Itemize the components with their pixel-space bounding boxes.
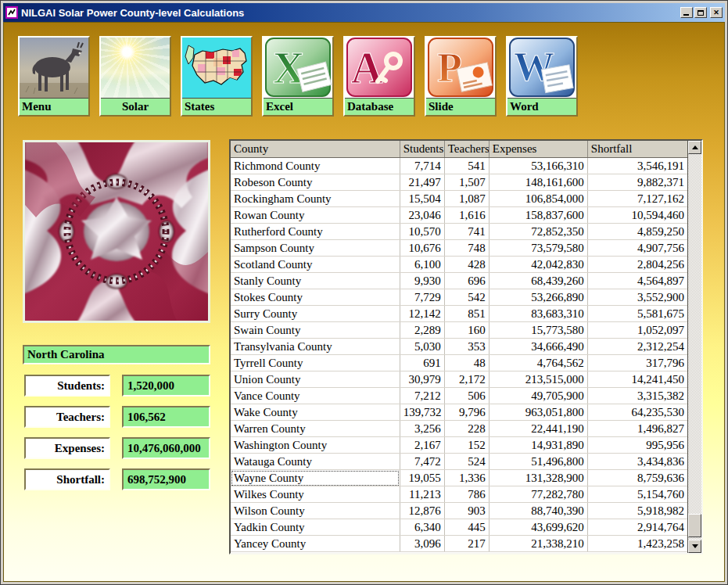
- table-cell[interactable]: Stanly County: [231, 273, 400, 289]
- table-cell[interactable]: 139,732: [400, 404, 444, 421]
- table-cell[interactable]: 696: [444, 273, 489, 289]
- table-cell[interactable]: 7,729: [400, 289, 444, 306]
- database-button[interactable]: A Database: [343, 36, 415, 117]
- table-cell[interactable]: 42,042,830: [489, 257, 587, 273]
- table-cell[interactable]: Tyrrell County: [231, 355, 400, 371]
- table-cell[interactable]: Transylvania County: [231, 339, 400, 355]
- table-cell[interactable]: 1,616: [444, 207, 489, 224]
- table-row[interactable]: Wilson County12,87690388,740,3905,918,98…: [231, 503, 688, 519]
- table-row[interactable]: Watauga County7,47252451,496,8003,434,83…: [231, 454, 688, 470]
- table-cell[interactable]: 317,796: [587, 355, 687, 371]
- table-cell[interactable]: Robeson County: [231, 174, 400, 191]
- table-row[interactable]: Warren County3,25622822,441,1901,496,827: [231, 421, 688, 437]
- table-cell[interactable]: Yadkin County: [231, 519, 400, 536]
- table-cell[interactable]: 5,030: [400, 339, 444, 355]
- state-name-field[interactable]: North Carolina: [23, 345, 210, 364]
- table-row[interactable]: Yancey County3,09621721,338,2101,423,258: [231, 536, 688, 552]
- table-cell[interactable]: 160: [444, 322, 489, 339]
- table-row[interactable]: Wake County139,7329,796963,051,80064,235…: [231, 404, 688, 421]
- table-cell[interactable]: 2,804,256: [587, 257, 687, 273]
- excel-button[interactable]: X Excel: [262, 36, 334, 117]
- table-cell[interactable]: 30,979: [400, 371, 444, 388]
- table-cell[interactable]: Union County: [231, 371, 400, 388]
- table-cell[interactable]: 1,052,097: [587, 322, 687, 339]
- table-cell[interactable]: 158,837,600: [489, 207, 587, 224]
- vertical-scrollbar[interactable]: [687, 141, 701, 553]
- table-cell[interactable]: Rutherford County: [231, 224, 400, 240]
- table-row[interactable]: Union County30,9792,172213,515,00014,241…: [231, 371, 688, 388]
- table-cell[interactable]: Watauga County: [231, 454, 400, 470]
- table-cell[interactable]: 541: [444, 158, 489, 174]
- table-cell[interactable]: Surry County: [231, 306, 400, 322]
- table-cell[interactable]: 786: [444, 486, 489, 503]
- table-cell[interactable]: 12,876: [400, 503, 444, 519]
- table-cell[interactable]: 524: [444, 454, 489, 470]
- table-cell[interactable]: 4,564,897: [587, 273, 687, 289]
- table-cell[interactable]: 1,507: [444, 174, 489, 191]
- menu-button[interactable]: Menu: [18, 36, 90, 117]
- table-row[interactable]: Wayne County19,0551,336131,328,9008,759,…: [231, 470, 688, 486]
- table-cell[interactable]: Rockingham County: [231, 191, 400, 207]
- table-cell[interactable]: 428: [444, 257, 489, 273]
- table-cell[interactable]: 4,764,562: [489, 355, 587, 371]
- table-cell[interactable]: 691: [400, 355, 444, 371]
- teachers-value-field[interactable]: 106,562: [122, 406, 210, 428]
- table-cell[interactable]: 72,852,350: [489, 224, 587, 240]
- table-cell[interactable]: 5,581,675: [587, 306, 687, 322]
- scroll-down-button[interactable]: [688, 540, 701, 553]
- table-row[interactable]: Tyrrell County691484,764,562317,796: [231, 355, 688, 371]
- table-cell[interactable]: 21,497: [400, 174, 444, 191]
- table-cell[interactable]: 152: [444, 437, 489, 454]
- table-cell[interactable]: 4,907,756: [587, 240, 687, 257]
- table-cell[interactable]: 12,142: [400, 306, 444, 322]
- table-row[interactable]: Stokes County7,72954253,266,8903,552,900: [231, 289, 688, 306]
- table-cell[interactable]: 3,434,836: [587, 454, 687, 470]
- table-cell[interactable]: 9,796: [444, 404, 489, 421]
- table-cell[interactable]: 2,172: [444, 371, 489, 388]
- table-cell[interactable]: 741: [444, 224, 489, 240]
- table-cell[interactable]: 77,282,780: [489, 486, 587, 503]
- table-cell[interactable]: Washington County: [231, 437, 400, 454]
- table-cell[interactable]: 9,882,371: [587, 174, 687, 191]
- table-cell[interactable]: 3,096: [400, 536, 444, 552]
- table-cell[interactable]: 19,055: [400, 470, 444, 486]
- table-cell[interactable]: 2,312,254: [587, 339, 687, 355]
- table-row[interactable]: Rutherford County10,57074172,852,3504,85…: [231, 224, 688, 240]
- table-cell[interactable]: 68,439,260: [489, 273, 587, 289]
- table-cell[interactable]: 6,100: [400, 257, 444, 273]
- table-cell[interactable]: 3,546,191: [587, 158, 687, 174]
- table-cell[interactable]: 445: [444, 519, 489, 536]
- table-cell[interactable]: Swain County: [231, 322, 400, 339]
- slide-button[interactable]: P Slide: [425, 36, 497, 117]
- minimize-button[interactable]: [680, 7, 693, 18]
- table-cell[interactable]: 83,683,310: [489, 306, 587, 322]
- table-cell[interactable]: 49,705,900: [489, 388, 587, 404]
- table-cell[interactable]: 43,699,620: [489, 519, 587, 536]
- table-cell[interactable]: Rowan County: [231, 207, 400, 224]
- table-cell[interactable]: 213,515,000: [489, 371, 587, 388]
- table-cell[interactable]: 963,051,800: [489, 404, 587, 421]
- table-row[interactable]: Rowan County23,0461,616158,837,60010,594…: [231, 207, 688, 224]
- table-cell[interactable]: 7,472: [400, 454, 444, 470]
- table-cell[interactable]: 3,315,382: [587, 388, 687, 404]
- table-cell[interactable]: 353: [444, 339, 489, 355]
- table-cell[interactable]: 23,046: [400, 207, 444, 224]
- table-cell[interactable]: 64,235,530: [587, 404, 687, 421]
- table-cell[interactable]: 148,161,600: [489, 174, 587, 191]
- table-cell[interactable]: 5,918,982: [587, 503, 687, 519]
- solar-button[interactable]: Solar: [99, 36, 171, 117]
- table-cell[interactable]: 15,504: [400, 191, 444, 207]
- table-cell[interactable]: 506: [444, 388, 489, 404]
- expenses-value-field[interactable]: 10,476,060,000: [122, 437, 210, 459]
- table-cell[interactable]: 2,914,764: [587, 519, 687, 536]
- table-cell[interactable]: 51,496,800: [489, 454, 587, 470]
- table-row[interactable]: Swain County2,28916015,773,5801,052,097: [231, 322, 688, 339]
- table-cell[interactable]: 7,714: [400, 158, 444, 174]
- table-cell[interactable]: 106,854,000: [489, 191, 587, 207]
- table-cell[interactable]: Wayne County: [231, 470, 400, 486]
- table-cell[interactable]: 995,956: [587, 437, 687, 454]
- table-cell[interactable]: 22,441,190: [489, 421, 587, 437]
- table-cell[interactable]: 542: [444, 289, 489, 306]
- table-cell[interactable]: 34,666,490: [489, 339, 587, 355]
- table-cell[interactable]: 10,594,460: [587, 207, 687, 224]
